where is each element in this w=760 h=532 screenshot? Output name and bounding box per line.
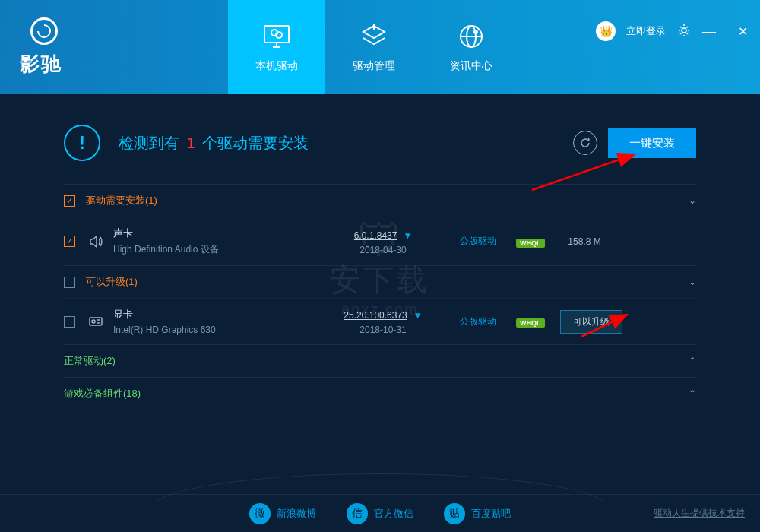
monitor-icon: [261, 21, 292, 52]
driver-version[interactable]: 6.0.1.8437: [354, 230, 397, 241]
section-header-need-install[interactable]: ✓ 驱动需要安装(1) ⌄: [64, 185, 696, 217]
driver-desc: Intel(R) HD Graphics 630: [113, 325, 326, 335]
weibo-icon: 微: [249, 503, 271, 524]
footer-link-tieba[interactable]: 贴 百度贴吧: [444, 503, 511, 524]
section-need-install: ✓ 驱动需要安装(1) ⌄ ✓ 声卡 High Definition Audio…: [64, 184, 696, 265]
status-count: 1: [187, 135, 195, 151]
main-content: ! 检测到有 1 个驱动需要安装 一键安装 ✓ 驱动需要安装(1) ⌄ ✓ 声卡: [0, 94, 760, 410]
tieba-icon: 贴: [444, 503, 465, 524]
footer-link-weibo[interactable]: 微 新浪微博: [249, 503, 316, 524]
section-game-required: 游戏必备组件(18) ⌃: [64, 377, 696, 410]
app-header: 影驰 本机驱动 驱动管理 资讯中心 👑 立即登录 — ✕: [0, 0, 760, 94]
driver-row-sound: ✓ 声卡 High Definition Audio 设备 6.0.1.8437…: [64, 217, 696, 265]
tab-label: 驱动管理: [353, 59, 395, 73]
section-header-game-required[interactable]: 游戏必备组件(18) ⌃: [64, 378, 696, 410]
status-bar: ! 检测到有 1 个驱动需要安装 一键安装: [64, 94, 696, 184]
tab-label: 本机驱动: [255, 59, 298, 73]
footer: 微 新浪微博 信 官方微信 贴 百度贴吧 驱动人生提供技术支持: [0, 494, 760, 532]
checkbox-section[interactable]: ✓: [64, 195, 75, 207]
footer-support[interactable]: 驱动人生提供技术支持: [654, 507, 745, 520]
dropdown-icon[interactable]: ▼: [403, 230, 412, 241]
checkbox-section[interactable]: ✓: [64, 277, 75, 288]
svg-point-9: [474, 30, 477, 33]
login-link[interactable]: 立即登录: [626, 24, 666, 38]
refresh-button[interactable]: [573, 131, 597, 155]
speaker-icon: [87, 233, 104, 250]
wechat-icon: 信: [347, 503, 368, 524]
section-header-can-upgrade[interactable]: ✓ 可以升级(1) ⌄: [64, 266, 696, 298]
checkbox-driver[interactable]: ✓: [64, 236, 75, 247]
settings-icon[interactable]: [676, 23, 692, 40]
tab-local-drivers[interactable]: 本机驱动: [228, 0, 325, 94]
driver-type[interactable]: 公版驱动: [460, 316, 496, 327]
driver-desc: High Definition Audio 设备: [113, 243, 326, 256]
gpu-icon: [87, 313, 104, 330]
tab-news-center[interactable]: 资讯中心: [423, 0, 520, 94]
chevron-down-icon: ⌄: [689, 277, 696, 287]
driver-version[interactable]: 25.20.100.6373: [344, 310, 407, 321]
tab-label: 资讯中心: [450, 59, 492, 73]
install-all-button[interactable]: 一键安装: [608, 128, 696, 158]
driver-name: 显卡: [113, 308, 326, 321]
nav-tabs: 本机驱动 驱动管理 资讯中心: [228, 0, 520, 94]
section-header-normal[interactable]: 正常驱动(2) ⌃: [64, 345, 696, 377]
close-button[interactable]: ✕: [738, 24, 748, 39]
user-avatar-icon[interactable]: 👑: [596, 21, 616, 41]
section-title: 可以升级(1): [86, 275, 138, 289]
brand-logo: 影驰: [0, 0, 228, 94]
brand-logo-icon: [30, 17, 58, 45]
driver-date: 2018-10-31: [326, 325, 440, 335]
alert-icon: !: [64, 125, 100, 161]
driver-date: 2018-04-30: [326, 245, 440, 255]
driver-size: 158.8 M: [554, 236, 615, 247]
svg-point-12: [92, 320, 95, 323]
tab-driver-management[interactable]: 驱动管理: [325, 0, 423, 94]
section-title: 游戏必备组件(18): [64, 387, 141, 401]
footer-link-wechat[interactable]: 信 官方微信: [347, 503, 413, 524]
globe-icon: [456, 21, 486, 52]
whql-badge: WHQL: [516, 239, 545, 248]
layers-icon: [359, 21, 389, 52]
driver-type[interactable]: 公版驱动: [460, 236, 496, 246]
minimize-button[interactable]: —: [702, 24, 716, 40]
whql-badge: WHQL: [516, 318, 545, 328]
section-title: 正常驱动(2): [64, 354, 116, 368]
status-message: 检测到有 1 个驱动需要安装: [119, 133, 309, 154]
divider: [727, 24, 727, 38]
driver-name: 声卡: [113, 226, 326, 240]
brand-name: 影驰: [20, 51, 62, 78]
checkbox-driver[interactable]: ✓: [64, 316, 75, 328]
section-normal: 正常驱动(2) ⌃: [64, 344, 696, 377]
section-can-upgrade: ✓ 可以升级(1) ⌄ ✓ 显卡 Intel(R) HD Graphics 63…: [64, 265, 696, 344]
upgrade-button[interactable]: 可以升级: [560, 310, 622, 334]
section-title: 驱动需要安装(1): [86, 194, 157, 207]
driver-row-display: ✓ 显卡 Intel(R) HD Graphics 630 25.20.100.…: [64, 298, 696, 344]
chevron-up-icon: ⌃: [689, 388, 696, 399]
chevron-down-icon: ⌄: [689, 195, 696, 206]
header-controls: 👑 立即登录 — ✕: [596, 21, 748, 41]
svg-point-10: [682, 28, 686, 33]
chevron-up-icon: ⌃: [689, 356, 696, 366]
dropdown-icon[interactable]: ▼: [413, 310, 423, 321]
